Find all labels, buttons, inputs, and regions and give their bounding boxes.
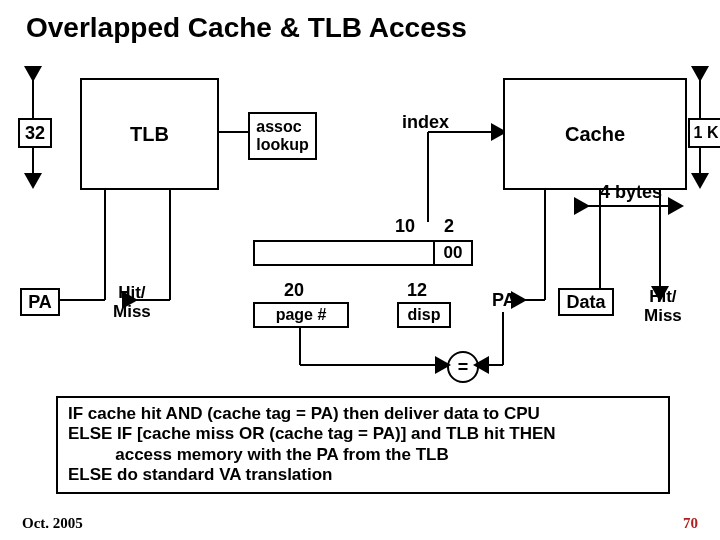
page-num-box: page # bbox=[253, 302, 349, 328]
tlb-box: TLB bbox=[80, 78, 219, 190]
twenty-label: 20 bbox=[284, 280, 304, 301]
disp-box: disp bbox=[397, 302, 451, 328]
hit-miss-left-label: Hit/ Miss bbox=[113, 284, 151, 321]
tlb-width-box: 32 bbox=[18, 118, 52, 148]
footer-page: 70 bbox=[683, 515, 698, 532]
pa-left-box: PA bbox=[20, 288, 60, 316]
two-label: 2 bbox=[444, 216, 454, 237]
pseudocode-box: IF cache hit AND (cache tag = PA) then d… bbox=[56, 396, 670, 494]
pa-right-label: PA bbox=[492, 290, 516, 311]
ten-label: 10 bbox=[395, 216, 415, 237]
data-box: Data bbox=[558, 288, 614, 316]
cache-box: Cache bbox=[503, 78, 687, 190]
hit-miss-right-label: Hit/ Miss bbox=[644, 288, 682, 325]
equals-comparator: = bbox=[447, 351, 479, 383]
addr-zeros-box: 00 bbox=[433, 240, 473, 266]
footer-date: Oct. 2005 bbox=[22, 515, 83, 532]
index-label: index bbox=[402, 112, 449, 133]
assoc-lookup-box: assoc lookup bbox=[248, 112, 317, 160]
twelve-label: 12 bbox=[407, 280, 427, 301]
cache-size-box: 1 K bbox=[688, 118, 720, 148]
four-bytes-label: 4 bytes bbox=[600, 182, 662, 203]
addr-left-box bbox=[253, 240, 437, 266]
